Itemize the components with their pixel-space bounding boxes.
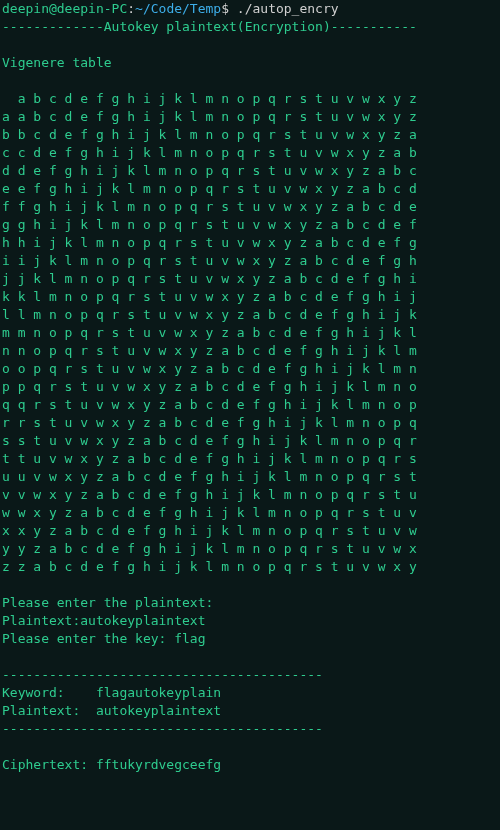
program-header: -------------Autokey plaintext(Encryptio… — [2, 18, 498, 36]
blank-line — [2, 576, 498, 594]
vigenere-title: Vigenere table — [2, 54, 498, 72]
table-row: p p q r s t u v w x y z a b c d e f g h … — [2, 378, 498, 396]
table-row: c c d e f g h i j k l m n o p q r s t u … — [2, 144, 498, 162]
table-row: i i j k l m n o p q r s t u v w x y z a … — [2, 252, 498, 270]
table-row: r r s t u v w x y z a b c d e f g h i j … — [2, 414, 498, 432]
table-row: n n o p q r s t u v w x y z a b c d e f … — [2, 342, 498, 360]
table-row: v v w x y z a b c d e f g h i j k l m n … — [2, 486, 498, 504]
ciphertext-line: Ciphertext: fftukyrdvegceefg — [2, 756, 498, 774]
table-row: l l m n o p q r s t u v w x y z a b c d … — [2, 306, 498, 324]
blank-line — [2, 648, 498, 666]
table-row: d d e f g h i j k l m n o p q r s t u v … — [2, 162, 498, 180]
table-row: t t u v w x y z a b c d e f g h i j k l … — [2, 450, 498, 468]
keyword-line: Keyword: flagautokeyplain — [2, 684, 498, 702]
plaintext-entry[interactable]: Plaintext:autokeyplaintext — [2, 612, 498, 630]
separator: ----------------------------------------… — [2, 666, 498, 684]
prompt-user: deepin — [2, 1, 49, 16]
terminal-prompt-line: deepin@deepin-PC:~/Code/Temp$ ./autop_en… — [2, 0, 498, 18]
table-row: g g h i j k l m n o p q r s t u v w x y … — [2, 216, 498, 234]
table-row: x x y z a b c d e f g h i j k l m n o p … — [2, 522, 498, 540]
blank-line — [2, 36, 498, 54]
table-row: z z a b c d e f g h i j k l m n o p q r … — [2, 558, 498, 576]
table-row: s s t u v w x y z a b c d e f g h i j k … — [2, 432, 498, 450]
prompt-path: ~/Code/Temp — [135, 1, 221, 16]
table-row: k k l m n o p q r s t u v w x y z a b c … — [2, 288, 498, 306]
prompt-host: deepin-PC — [57, 1, 127, 16]
plaintext-prompt: Please enter the plaintext: — [2, 594, 498, 612]
plaintext-line: Plaintext: autokeyplaintext — [2, 702, 498, 720]
table-row: y y z a b c d e f g h i j k l m n o p q … — [2, 540, 498, 558]
table-row: a a b c d e f g h i j k l m n o p q r s … — [2, 108, 498, 126]
blank-line — [2, 738, 498, 756]
table-row: w w x y z a b c d e f g h i j k l m n o … — [2, 504, 498, 522]
separator: ----------------------------------------… — [2, 720, 498, 738]
table-row: q q r s t u v w x y z a b c d e f g h i … — [2, 396, 498, 414]
table-row: a b c d e f g h i j k l m n o p q r s t … — [2, 90, 498, 108]
blank-line — [2, 72, 498, 90]
table-row: f f g h i j k l m n o p q r s t u v w x … — [2, 198, 498, 216]
table-row: j j k l m n o p q r s t u v w x y z a b … — [2, 270, 498, 288]
prompt-dollar: $ — [221, 1, 237, 16]
table-row: m m n o p q r s t u v w x y z a b c d e … — [2, 324, 498, 342]
command-text[interactable]: ./autop_encry — [237, 1, 339, 16]
table-row: o o p q r s t u v w x y z a b c d e f g … — [2, 360, 498, 378]
key-prompt[interactable]: Please enter the key: flag — [2, 630, 498, 648]
table-row: b b c d e f g h i j k l m n o p q r s t … — [2, 126, 498, 144]
table-row: u u v w x y z a b c d e f g h i j k l m … — [2, 468, 498, 486]
prompt-at: @ — [49, 1, 57, 16]
table-row: e e f g h i j k l m n o p q r s t u v w … — [2, 180, 498, 198]
table-row: h h i j k l m n o p q r s t u v w x y z … — [2, 234, 498, 252]
prompt-colon: : — [127, 1, 135, 16]
